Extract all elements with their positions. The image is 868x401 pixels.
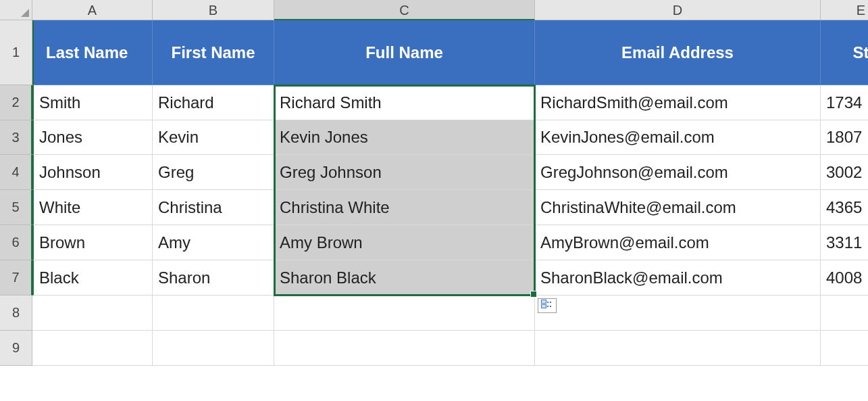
cell-E9[interactable]	[821, 331, 868, 366]
column-headers: ABCDE	[32, 0, 868, 20]
table-header-D[interactable]: Email Address	[535, 20, 821, 85]
column-header-C[interactable]: C	[274, 0, 535, 20]
cell-C5[interactable]: Christina White	[274, 190, 535, 225]
cell-D7[interactable]: SharonBlack@email.com	[535, 260, 821, 296]
cell-D6[interactable]: AmyBrown@email.com	[535, 225, 821, 260]
cell-E7[interactable]: 4008	[821, 260, 868, 296]
cell-B9[interactable]	[153, 331, 274, 366]
cell-E8[interactable]	[821, 296, 868, 331]
column-header-D[interactable]: D	[535, 0, 821, 20]
cell-E2[interactable]: 1734	[821, 85, 868, 120]
cell-C7[interactable]: Sharon Black	[274, 260, 535, 296]
column-header-B[interactable]: B	[153, 0, 274, 20]
cell-A9[interactable]	[32, 331, 153, 366]
cell-A5[interactable]: White	[32, 190, 153, 225]
cell-C4[interactable]: Greg Johnson	[274, 155, 535, 190]
cell-A4[interactable]: Johnson	[32, 155, 153, 190]
svg-rect-1	[542, 305, 546, 308]
cell-C9[interactable]	[274, 331, 535, 366]
svg-rect-0	[542, 300, 546, 304]
cell-A6[interactable]: Brown	[32, 225, 153, 260]
table-header-E[interactable]: St	[821, 20, 868, 85]
cell-A2[interactable]: Smith	[32, 85, 153, 120]
row-header-7[interactable]: 7	[0, 260, 32, 296]
svg-rect-4	[547, 306, 548, 307]
column-header-A[interactable]: A	[32, 0, 153, 20]
row-header-8[interactable]: 8	[0, 296, 32, 331]
cell-E5[interactable]: 4365	[821, 190, 868, 225]
cell-E6[interactable]: 3311	[821, 225, 868, 260]
cell-D5[interactable]: ChristinaWhite@email.com	[535, 190, 821, 225]
svg-rect-5	[550, 306, 551, 307]
cell-D4[interactable]: GregJohnson@email.com	[535, 155, 821, 190]
row-header-4[interactable]: 4	[0, 155, 32, 190]
cell-D9[interactable]	[535, 331, 821, 366]
column-header-E[interactable]: E	[821, 0, 868, 20]
cell-E3[interactable]: 1807	[821, 120, 868, 155]
cell-B8[interactable]	[153, 296, 274, 331]
cell-B4[interactable]: Greg	[153, 155, 274, 190]
table-header-B[interactable]: First Name	[153, 20, 274, 85]
cell-A8[interactable]	[32, 296, 153, 331]
table-header-A[interactable]: Last Name	[32, 20, 153, 85]
cell-D8[interactable]	[535, 296, 821, 331]
cell-C2[interactable]: Richard Smith	[274, 85, 535, 120]
cell-B2[interactable]: Richard	[153, 85, 274, 120]
row-header-9[interactable]: 9	[0, 331, 32, 366]
row-headers: 123456789	[0, 20, 32, 366]
cell-D2[interactable]: RichardSmith@email.com	[535, 85, 821, 120]
cell-grid: Last NameFirst NameFull NameEmail Addres…	[32, 20, 868, 366]
cell-C6[interactable]: Amy Brown	[274, 225, 535, 260]
cell-B3[interactable]: Kevin	[153, 120, 274, 155]
flash-fill-options-button[interactable]	[538, 298, 557, 313]
cell-C8[interactable]	[274, 296, 535, 331]
row-header-3[interactable]: 3	[0, 120, 32, 155]
cell-B7[interactable]: Sharon	[153, 260, 274, 296]
cell-A7[interactable]: Black	[32, 260, 153, 296]
row-header-5[interactable]: 5	[0, 190, 32, 225]
cell-B5[interactable]: Christina	[153, 190, 274, 225]
cell-A3[interactable]: Jones	[32, 120, 153, 155]
flash-fill-icon	[541, 300, 553, 312]
spreadsheet: ABCDE 123456789 Last NameFirst NameFull …	[0, 0, 868, 401]
svg-rect-3	[550, 302, 551, 303]
row-header-2[interactable]: 2	[0, 85, 32, 120]
svg-rect-2	[547, 302, 548, 303]
row-header-6[interactable]: 6	[0, 225, 32, 260]
select-all-corner[interactable]	[0, 0, 32, 20]
cell-E4[interactable]: 3002	[821, 155, 868, 190]
table-header-C[interactable]: Full Name	[274, 20, 535, 85]
cell-B6[interactable]: Amy	[153, 225, 274, 260]
row-header-1[interactable]: 1	[0, 20, 32, 85]
cell-D3[interactable]: KevinJones@email.com	[535, 120, 821, 155]
cell-C3[interactable]: Kevin Jones	[274, 120, 535, 155]
